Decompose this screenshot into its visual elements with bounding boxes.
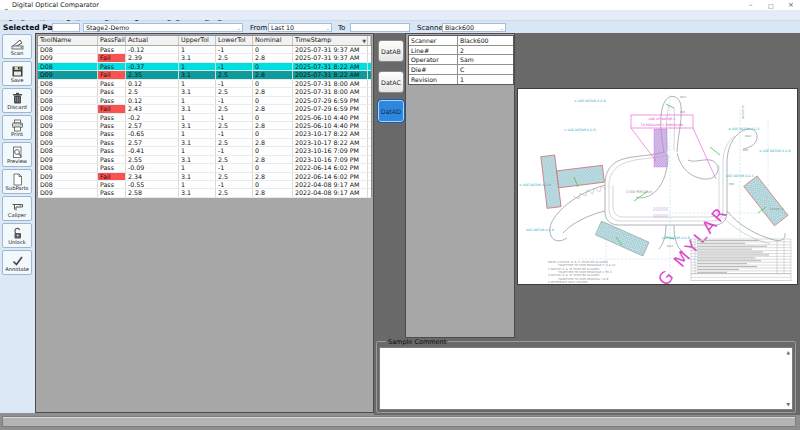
table-row[interactable]: D08Pass-0.091-102022-06-14 6:02 PM (38, 164, 371, 172)
grid-cell: -1 (216, 147, 253, 154)
toolbar-button-label: Print (3, 131, 31, 137)
svg-text:C346 PERGO(X): C346 PERGO(X) (626, 190, 653, 194)
svg-text:MIN: MIN (743, 148, 748, 152)
table-row[interactable]: D09Pass2.583.12.52.82022-04-08 9:17 AM (38, 189, 371, 197)
chevron-down-icon: ⌄ (500, 24, 504, 32)
table-row[interactable]: D09Pass2.573.12.52.82023-10-17 8:22 AM (38, 139, 371, 147)
grid-cell: 3.1 (179, 122, 216, 129)
info-row: Revision1 (409, 75, 513, 85)
datab-button[interactable]: DatAB (378, 40, 404, 62)
svg-text:⑤ USE DATUM A & B: ⑤ USE DATUM A & B (759, 149, 791, 153)
column-header-nominal[interactable]: Nominal (253, 36, 293, 45)
grid-header: ToolNamePassFailActualUpperTolLowerTolNo… (38, 36, 371, 46)
column-header-timestamp[interactable]: TimeStamp▼ (293, 36, 368, 45)
info-value: Black600 (458, 36, 513, 45)
grid-cell: 3.1 (179, 173, 216, 180)
grid-cell: 2025-06-10 4:40 PM (293, 122, 368, 129)
column-header-uppertol[interactable]: UpperTol (179, 36, 216, 45)
from-select[interactable]: Last 10⌄ (268, 23, 332, 32)
grid-cell: -1 (216, 80, 253, 87)
toolbar-button-label: Unlock (3, 239, 31, 245)
caliper-icon (3, 198, 31, 212)
caliper-button[interactable]: Caliper (2, 196, 32, 221)
table-row[interactable]: D08Pass-0.21-102025-06-10 4:40 PM (38, 114, 371, 122)
part-prefix-input[interactable] (52, 23, 80, 32)
grid-cell: Pass (98, 114, 126, 121)
table-row[interactable]: D09Pass2.53.12.52.82025-07-31 8:00 AM (38, 88, 371, 96)
grid-cell: D09 (38, 71, 98, 78)
grid-cell: D08 (38, 63, 98, 70)
scan-button[interactable]: Scan (2, 34, 32, 59)
grid-cell: D08 (38, 97, 98, 104)
column-header-lowertol[interactable]: LowerTol (216, 36, 253, 45)
datac-button[interactable]: DatAC (378, 71, 404, 93)
close-icon[interactable]: × (788, 1, 794, 9)
info-label: Operator (409, 55, 458, 64)
table-row[interactable]: D09Fail2.433.12.52.82025-07-29 6:59 PM (38, 105, 371, 113)
info-value: Sam (458, 55, 513, 64)
table-row[interactable]: D09Pass2.553.12.52.82023-10-16 7:09 PM (38, 156, 371, 164)
grid-cell: D09 (38, 173, 98, 180)
table-row[interactable]: D08Pass-0.551-102022-04-08 9:17 AM (38, 181, 371, 189)
grid-cell: 2.8 (253, 105, 293, 112)
unlock-button[interactable]: Unlock (2, 223, 32, 248)
info-label: Line# (409, 46, 458, 55)
datad-button[interactable]: DatAD (378, 100, 404, 122)
grid-cell: D08 (38, 46, 98, 53)
column-header-toolname[interactable]: ToolName (38, 36, 98, 45)
table-row[interactable]: D08Pass-0.411-102023-10-16 7:09 PM (38, 147, 371, 155)
grid-cell: Pass (98, 63, 126, 70)
to-input[interactable] (350, 23, 410, 32)
grid-cell: 2022-04-08 9:17 AM (293, 189, 368, 196)
print-button[interactable]: Print (2, 115, 32, 140)
scroll-down-icon[interactable]: ▼ (787, 402, 790, 407)
svg-text:MAX: MAX (745, 134, 751, 138)
column-header-passfail[interactable]: PassFail (98, 36, 126, 45)
column-filter-icon[interactable]: ▼ (362, 37, 366, 45)
grid-cell: 2025-07-29 6:59 PM (293, 97, 368, 104)
table-row[interactable]: D09Fail2.353.12.52.82025-07-31 8:22 AM (38, 71, 371, 79)
svg-text:4 REFERENCE ONLY UNLESS: 4 REFERENCE ONLY UNLESS (548, 280, 587, 284)
chevron-down-icon: ⌄ (326, 24, 330, 32)
column-header-actual[interactable]: Actual (126, 36, 179, 45)
grid-cell: Pass (98, 181, 126, 188)
discard-button[interactable]: Discard (2, 88, 32, 113)
grid-cell: 1 (179, 147, 216, 154)
table-row[interactable]: D08Pass-0.121-102025-07-31 9:37 AM (38, 46, 371, 54)
table-row[interactable]: D08Pass0.121-102025-07-31 8:00 AM (38, 80, 371, 88)
grid-cell: -1 (216, 114, 253, 121)
to-label: To (338, 24, 345, 32)
toolbar-button-label: Preview (3, 158, 31, 164)
datum-block-bottom (595, 221, 649, 256)
part-select[interactable]: Stage2-Demo⌄ (83, 23, 243, 32)
table-row[interactable]: D08Pass-0.651-102023-10-17 8:22 AM (38, 130, 371, 138)
info-row: Die#C (409, 65, 513, 75)
minimize-icon[interactable]: – (749, 1, 753, 9)
grid-cell: D08 (38, 114, 98, 121)
table-row[interactable]: D08Pass-0.371-102025-07-31 8:22 AM (38, 63, 371, 71)
scroll-up-icon[interactable]: ▲ (787, 350, 790, 355)
grid-cell: 1 (179, 97, 216, 104)
annotate-button[interactable]: Annotate (2, 250, 32, 275)
scanner-select[interactable]: Black600⌄ (442, 23, 506, 32)
svg-text:LINE UP DATUM C: LINE UP DATUM C (648, 117, 675, 121)
subparts-button[interactable]: SubParts (2, 169, 32, 194)
grid-cell: Pass (98, 97, 126, 104)
grid-cell: 0 (253, 63, 293, 70)
grid-cell: 2.58 (126, 189, 179, 196)
table-row[interactable]: D08Pass0.121-102025-07-29 6:59 PM (38, 97, 371, 105)
table-row[interactable]: D09Fail2.393.12.52.82025-07-31 9:37 AM (38, 54, 371, 62)
comment-textarea[interactable]: ▲ ▼ (379, 347, 793, 410)
grid-cell: Pass (98, 156, 126, 163)
grid-cell: 2.8 (253, 54, 293, 61)
table-row[interactable]: D09Pass2.573.12.52.82025-06-10 4:40 PM (38, 122, 371, 130)
status-bar (2, 416, 796, 427)
grid-cell: D09 (38, 122, 98, 129)
maximize-icon[interactable]: □ (768, 2, 774, 10)
svg-text:DATUM 'A': DATUM 'A' (770, 207, 784, 211)
preview-button[interactable]: Preview (2, 142, 32, 167)
info-table: ScannerBlack600Line#2OperatorSamDie#CRev… (408, 35, 514, 85)
drawing-canvas[interactable]: LINE UP DATUM C TO MEASURE C DIMENSION G… (517, 88, 798, 285)
save-button[interactable]: Save (2, 61, 32, 86)
table-row[interactable]: D09Fail2.343.12.52.82022-06-14 6:02 PM (38, 173, 371, 181)
